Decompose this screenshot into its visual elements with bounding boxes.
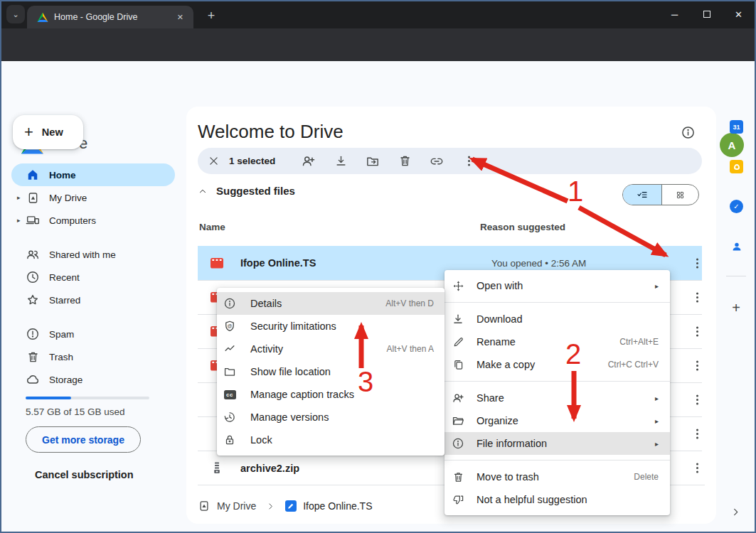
- sidebar-item-recent[interactable]: Recent: [11, 266, 175, 289]
- pencil-icon: [452, 336, 464, 348]
- breadcrumb-folder[interactable]: My Drive: [217, 500, 256, 512]
- menu-shortcut: Ctrl+C Ctrl+V: [608, 360, 659, 370]
- selected-count-label: 1 selected: [229, 156, 275, 166]
- get-more-storage-button[interactable]: Get more storage: [26, 426, 141, 453]
- share-person-add-icon: [452, 392, 464, 404]
- calendar-icon[interactable]: 31: [730, 120, 743, 134]
- submenu-item-show-file-location[interactable]: Show file location: [217, 360, 444, 383]
- file-name: archive2.zip: [240, 463, 299, 474]
- menu-item-move-to-trash[interactable]: Move to trash Delete: [444, 465, 670, 488]
- tab-search-button[interactable]: ⌄: [6, 5, 25, 23]
- share-person-add-icon[interactable]: [299, 154, 316, 168]
- shield-at-icon: [223, 320, 236, 333]
- hide-side-panel-icon[interactable]: [730, 507, 741, 517]
- window-minimize-button[interactable]: ─: [659, 0, 691, 28]
- menu-item-share[interactable]: Share ▸: [444, 387, 670, 409]
- suggested-files-section-header[interactable]: Suggested files: [198, 185, 295, 197]
- sidebar-item-my-drive[interactable]: My Drive: [11, 186, 175, 209]
- file-reason: You opened • 2:56 AM: [491, 258, 586, 269]
- sidebar-item-shared-with-me[interactable]: Shared with me: [11, 243, 175, 266]
- tab-title: Home - Google Drive: [54, 12, 174, 22]
- grid-view-toggle[interactable]: [661, 185, 698, 205]
- menu-item-label: Move to trash: [477, 471, 539, 483]
- row-kebab-icon[interactable]: [691, 433, 703, 435]
- menu-item-file-information[interactable]: File information ▸: [444, 432, 670, 455]
- row-kebab-icon[interactable]: [691, 467, 703, 469]
- folder-open-icon: [452, 414, 464, 427]
- tasks-icon[interactable]: ✓: [730, 200, 743, 213]
- submenu-item-details[interactable]: Details Alt+V then D: [217, 292, 444, 315]
- page-title: Welcome to Drive: [198, 121, 344, 143]
- submenu-item-manage-caption-tracks[interactable]: cc Manage caption tracks: [217, 383, 444, 406]
- lock-icon: [223, 434, 236, 446]
- column-header-reason[interactable]: Reason suggested: [480, 222, 565, 232]
- cancel-subscription-link[interactable]: Cancel subscription: [35, 469, 134, 480]
- sidebar-item-spam[interactable]: Spam: [11, 323, 175, 345]
- sidebar-item-label: Computers: [49, 215, 96, 226]
- row-kebab-icon[interactable]: [691, 330, 703, 333]
- browser-tab[interactable]: Home - Google Drive ✕: [27, 6, 193, 28]
- window-close-button[interactable]: ✕: [723, 0, 755, 28]
- download-icon[interactable]: [332, 154, 349, 168]
- sidebar-item-computers[interactable]: Computers: [11, 209, 175, 232]
- menu-item-download[interactable]: Download: [444, 308, 670, 330]
- menu-item-organize[interactable]: Organize ▸: [444, 409, 670, 432]
- menu-item-label: Manage versions: [250, 411, 329, 423]
- tab-close-icon[interactable]: ✕: [174, 11, 186, 23]
- menu-shortcut: Alt+V then A: [387, 344, 434, 354]
- column-header-name[interactable]: Name: [199, 222, 225, 232]
- sidebar-item-starred[interactable]: Starred: [11, 289, 175, 311]
- submenu-arrow-icon: ▸: [655, 282, 659, 290]
- zip-file-icon: [212, 462, 222, 474]
- menu-separator: [444, 460, 670, 461]
- closed-captions-icon: cc: [223, 390, 236, 399]
- breadcrumb-file[interactable]: Ifope Online.TS: [303, 500, 372, 512]
- trash-icon: [452, 471, 464, 483]
- submenu-item-activity[interactable]: Activity Alt+V then A: [217, 338, 444, 360]
- new-tab-button[interactable]: +: [202, 6, 220, 25]
- trash-icon[interactable]: [396, 154, 413, 168]
- row-kebab-icon[interactable]: [691, 365, 703, 367]
- menu-item-label: Lock: [250, 434, 272, 446]
- menu-separator: [444, 381, 670, 382]
- sidebar-item-label: Shared with me: [49, 249, 116, 260]
- row-kebab-icon[interactable]: [691, 262, 703, 264]
- collapse-chevron-icon[interactable]: [198, 186, 208, 196]
- drive-account-avatar[interactable]: A: [720, 133, 744, 157]
- list-view-toggle[interactable]: [623, 185, 661, 205]
- page-info-icon[interactable]: [681, 125, 696, 140]
- menu-item-label: Details: [250, 298, 282, 309]
- submenu-item-manage-versions[interactable]: Manage versions: [217, 406, 444, 429]
- file-name: Ifope Online.TS: [240, 257, 316, 269]
- sidebar-item-storage[interactable]: Storage: [11, 368, 175, 391]
- new-button[interactable]: + New: [13, 115, 83, 149]
- window-maximize-button[interactable]: [691, 0, 723, 28]
- menu-item-label: Make a copy: [477, 359, 535, 370]
- menu-item-rename[interactable]: Rename Ctrl+Alt+E: [444, 330, 670, 353]
- menu-item-open-with[interactable]: Open with ▸: [444, 274, 670, 297]
- row-kebab-icon[interactable]: [691, 399, 703, 401]
- sidebar-item-label: Recent: [49, 272, 80, 283]
- section-title: Suggested files: [216, 185, 295, 197]
- more-actions-kebab-icon[interactable]: [460, 160, 477, 162]
- menu-item-make-a-copy[interactable]: Make a copy Ctrl+C Ctrl+V: [444, 353, 670, 376]
- add-side-app-icon[interactable]: +: [728, 300, 744, 316]
- contacts-icon[interactable]: [730, 239, 743, 253]
- computers-icon: [26, 213, 40, 227]
- menu-item-not-helpful[interactable]: Not a helpful suggestion: [444, 488, 670, 511]
- sidebar-item-trash[interactable]: Trash: [11, 345, 175, 368]
- row-kebab-icon[interactable]: [691, 296, 703, 298]
- submenu-item-lock[interactable]: Lock: [217, 429, 444, 451]
- rail-divider: [726, 276, 746, 276]
- sidebar-item-home[interactable]: Home: [11, 163, 175, 186]
- video-file-icon: [211, 258, 223, 269]
- download-icon: [452, 313, 464, 325]
- keep-icon[interactable]: [730, 160, 743, 173]
- move-to-folder-icon[interactable]: [364, 154, 381, 168]
- copy-link-icon[interactable]: [428, 154, 445, 168]
- submenu-item-security-limitations[interactable]: Security limitations: [217, 315, 444, 338]
- clear-selection-icon[interactable]: [205, 155, 222, 167]
- menu-item-label: File information: [477, 438, 547, 449]
- browser-titlebar: ⌄ Home - Google Drive ✕ + ─ ✕: [0, 0, 756, 28]
- menu-item-label: Show file location: [250, 366, 331, 377]
